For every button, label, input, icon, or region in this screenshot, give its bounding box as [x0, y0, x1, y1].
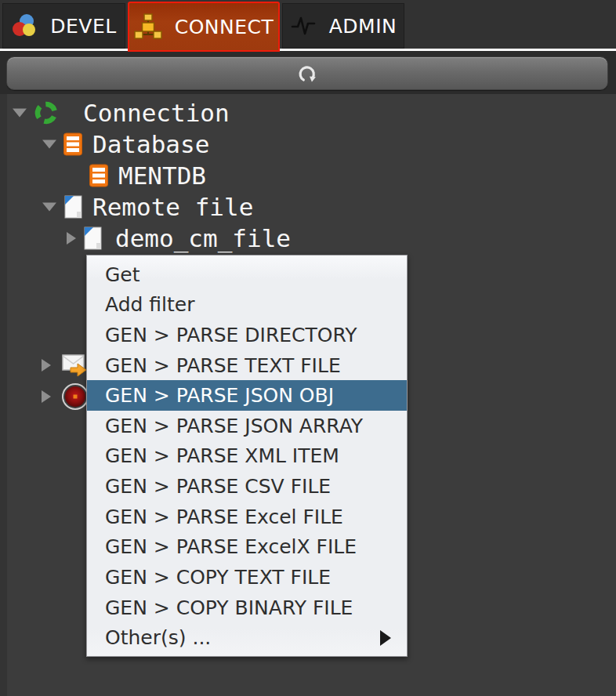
menu-item-gen-parse-excel-file[interactable]: GEN > PARSE Excel FILE: [87, 502, 407, 532]
submenu-arrow-icon: [380, 630, 391, 646]
menu-item-get[interactable]: Get: [87, 259, 407, 290]
menu-item-others-label: Other(s) ...: [105, 626, 211, 649]
menu-item-add-filter[interactable]: Add filter: [87, 290, 407, 321]
menu-item-gen-parse-json-array[interactable]: GEN > PARSE JSON ARRAY: [87, 411, 407, 441]
tree-label-demo-cm-file[interactable]: demo_cm_file: [115, 224, 291, 252]
tab-admin-label: ADMIN: [329, 15, 397, 38]
mail-forward-icon: [60, 353, 89, 378]
menu-item-gen-parse-text-file[interactable]: GEN > PARSE TEXT FILE: [87, 350, 407, 381]
menu-item-gen-copy-text-file[interactable]: GEN > COPY TEXT FILE: [87, 562, 407, 593]
tab-devel[interactable]: DEVEL: [2, 3, 125, 49]
file-icon: [63, 194, 84, 219]
refresh-icon: [295, 62, 319, 85]
connection-recycle-icon: [33, 100, 60, 126]
file-icon: [83, 226, 103, 251]
tree-row-demo-cm-file[interactable]: demo_cm_file: [0, 223, 616, 254]
refresh-button[interactable]: [6, 56, 608, 90]
tab-connect[interactable]: CONNECT: [128, 2, 280, 52]
menu-item-others[interactable]: Other(s) ...: [87, 622, 407, 653]
tree-row-connection[interactable]: Connection: [0, 97, 616, 129]
network-icon: [134, 13, 162, 40]
context-menu: Get Add filter GEN > PARSE DIRECTORY GEN…: [86, 255, 408, 657]
pulse-icon: [290, 13, 317, 38]
tab-bar: DEVEL CONNECT: [0, 0, 616, 51]
menu-item-gen-parse-excelx-file[interactable]: GEN > PARSE ExcelX FILE: [87, 531, 407, 562]
tab-devel-label: DEVEL: [50, 15, 116, 38]
collapse-expander-icon[interactable]: [42, 203, 56, 212]
database-icon: [63, 132, 84, 157]
database-icon: [89, 163, 110, 188]
tree-label-connection[interactable]: Connection: [83, 99, 230, 127]
color-palette-icon: [11, 13, 38, 38]
tree-row-remote-file[interactable]: Remote file: [0, 191, 616, 223]
tree-label-database[interactable]: Database: [92, 130, 209, 158]
tree-label-remote-file[interactable]: Remote file: [92, 193, 253, 221]
tree-row-database[interactable]: Database: [0, 129, 616, 160]
expand-expander-icon[interactable]: [42, 359, 51, 372]
toolbar: [0, 51, 616, 94]
tab-admin[interactable]: ADMIN: [282, 3, 404, 49]
menu-item-gen-parse-csv-file[interactable]: GEN > PARSE CSV FILE: [87, 471, 407, 502]
collapse-expander-icon[interactable]: [42, 140, 56, 149]
tab-connect-label: CONNECT: [175, 16, 274, 38]
menu-item-gen-parse-xml-item[interactable]: GEN > PARSE XML ITEM: [87, 441, 407, 472]
menu-item-gen-parse-json-obj[interactable]: GEN > PARSE JSON OBJ: [87, 380, 407, 411]
app-window: DEVEL CONNECT: [0, 0, 616, 696]
collapse-expander-icon[interactable]: [13, 109, 27, 118]
menu-item-gen-copy-binary-file[interactable]: GEN > COPY BINARY FILE: [87, 593, 407, 623]
expand-expander-icon[interactable]: [42, 390, 51, 403]
expand-expander-icon[interactable]: [67, 232, 76, 245]
tree-row-mentdb[interactable]: MENTDB: [0, 160, 616, 191]
menu-item-gen-parse-directory[interactable]: GEN > PARSE DIRECTORY: [87, 320, 407, 350]
tree-label-mentdb[interactable]: MENTDB: [118, 161, 206, 190]
